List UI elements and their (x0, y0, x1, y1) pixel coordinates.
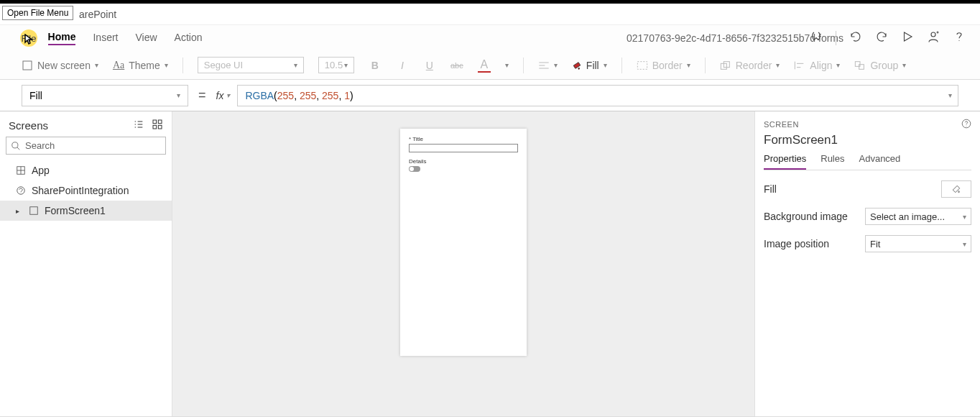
properties-panel: SCREEN FormScreen1 Properties Rules Adva… (754, 111, 980, 416)
panel-help-icon[interactable] (961, 119, 971, 130)
align-text-button[interactable]: ▾ (538, 60, 558, 70)
toolbar: New screen▾ Aa Theme▾ Segoe UI▾ 10.5▾ B … (0, 51, 980, 80)
menu-view[interactable]: View (135, 32, 157, 45)
tooltip-open-file: Open File Menu (2, 6, 73, 20)
prop-bgimage-label: Background image (764, 211, 848, 222)
font-size-select[interactable]: 10.5▾ (318, 57, 354, 73)
tree-grid-icon[interactable] (152, 119, 163, 132)
font-color-button[interactable]: A (478, 58, 491, 73)
prop-bgimage-select[interactable]: Select an image...▾ (865, 208, 971, 225)
formula-input[interactable]: RGBA(255, 255, 255, 1) ▾ (237, 85, 958, 106)
new-screen-button[interactable]: New screen▾ (22, 60, 98, 71)
underline-icon[interactable]: U (423, 60, 436, 71)
tree-list-icon[interactable] (133, 119, 144, 132)
svg-rect-1 (23, 61, 32, 70)
form-title-input[interactable] (409, 144, 518, 152)
svg-rect-9 (153, 125, 157, 129)
menu-insert[interactable]: Insert (93, 32, 118, 45)
canvas[interactable]: *Title Details (172, 111, 754, 416)
theme-button[interactable]: Aa Theme▾ (113, 60, 168, 71)
border-button[interactable]: Border▾ (637, 60, 690, 71)
bold-icon[interactable]: B (369, 60, 382, 71)
form-title-label: Title (412, 136, 423, 142)
prop-fill-button[interactable] (941, 180, 971, 198)
panel-title: FormScreen1 (764, 133, 971, 147)
group-button[interactable]: Group▾ (854, 60, 906, 71)
property-select[interactable]: Fill▾ (22, 85, 188, 106)
svg-rect-7 (153, 120, 157, 124)
form-preview[interactable]: *Title Details (400, 129, 527, 356)
title-bar: arePoint (0, 4, 980, 25)
menu-home[interactable]: Home (48, 31, 76, 45)
equals-label: = (195, 88, 209, 103)
undo-icon[interactable] (849, 30, 862, 46)
svg-rect-8 (158, 120, 162, 124)
strike-icon[interactable]: abc (450, 61, 463, 70)
menu-bar: File File Home Insert View Action 021707… (0, 25, 980, 51)
panel-title: Screens (9, 119, 48, 132)
tree-panel: Screens Search App SharePointIntegration… (0, 111, 172, 416)
svg-point-11 (12, 142, 18, 147)
help-icon[interactable] (953, 30, 966, 46)
menu-action[interactable]: Action (175, 32, 203, 45)
tree-search-input[interactable]: Search (6, 137, 166, 155)
tree-item-sharepoint[interactable]: SharePointIntegration (0, 180, 172, 201)
share-icon[interactable] (927, 30, 940, 46)
tab-rules[interactable]: Rules (820, 153, 844, 170)
svg-point-13 (17, 187, 25, 195)
play-icon[interactable] (901, 30, 914, 46)
form-details-label: Details (409, 158, 518, 165)
reorder-button[interactable]: Reorder▾ (720, 60, 780, 71)
app-checker-icon[interactable] (810, 30, 823, 46)
prop-imgpos-label: Image position (764, 238, 829, 249)
tab-advanced[interactable]: Advanced (859, 153, 901, 170)
italic-icon[interactable]: I (396, 60, 409, 71)
cursor-icon (24, 34, 33, 47)
svg-point-0 (931, 32, 935, 37)
svg-rect-2 (637, 61, 647, 69)
fill-button[interactable]: Fill▾ (572, 60, 607, 71)
svg-rect-14 (30, 207, 38, 215)
formula-bar: Fill▾ = fx▾ RGBA(255, 255, 255, 1) ▾ (0, 80, 980, 111)
prop-fill-label: Fill (764, 183, 777, 195)
svg-rect-10 (158, 125, 162, 129)
redo-icon[interactable] (875, 30, 888, 46)
form-details-toggle[interactable] (409, 166, 420, 172)
tree-item-formscreen[interactable]: ▸ FormScreen1 (0, 201, 172, 221)
tree-item-app[interactable]: App (0, 160, 172, 180)
tab-properties[interactable]: Properties (764, 153, 806, 170)
fx-label[interactable]: fx▾ (216, 90, 231, 101)
panel-kind: SCREEN (764, 120, 799, 129)
prop-imgpos-select[interactable]: Fit▾ (865, 235, 971, 252)
font-select[interactable]: Segoe UI▾ (198, 57, 304, 73)
align-button[interactable]: Align▾ (794, 60, 840, 71)
